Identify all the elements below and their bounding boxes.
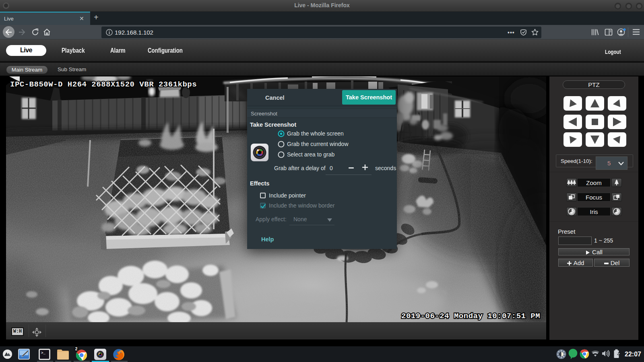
svg-text:IPC-B850W-D H264 2688X1520 VBR: IPC-B850W-D H264 2688X1520 VBR 2361kbps [10, 80, 197, 89]
svg-text:2019-06-24 Monday 10:07:51 PM: 2019-06-24 Monday 10:07:51 PM [401, 312, 540, 321]
